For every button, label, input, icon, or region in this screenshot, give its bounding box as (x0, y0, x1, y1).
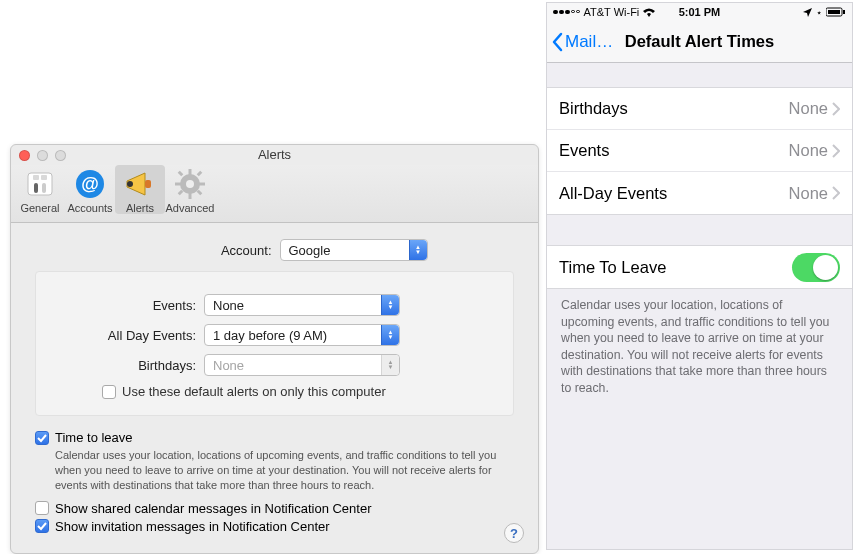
svg-rect-23 (843, 10, 845, 14)
use-defaults-label: Use these default alerts on only this co… (122, 384, 386, 399)
cell-birthdays-value: None (789, 99, 828, 118)
chevron-right-icon (832, 186, 840, 200)
nav-bar: Mail… Default Alert Times (547, 21, 852, 63)
time-to-leave-switch[interactable] (792, 253, 840, 282)
events-label: Events: (56, 298, 196, 313)
svg-text:@: @ (81, 174, 99, 194)
time-to-leave-group: Time To Leave (547, 245, 852, 289)
time-to-leave-label: Time to leave (55, 430, 133, 445)
cell-allday[interactable]: All-Day Events None (547, 172, 852, 214)
help-button[interactable]: ? (504, 523, 524, 543)
cell-events-label: Events (559, 141, 609, 160)
events-select[interactable]: None ▲▼ (204, 294, 400, 316)
signal-icon (553, 10, 580, 15)
allday-label: All Day Events: (56, 328, 196, 343)
switch-icon (23, 167, 57, 201)
titlebar: Alerts (11, 145, 538, 165)
svg-marker-20 (803, 8, 812, 17)
tab-alerts-label: Alerts (115, 202, 165, 214)
wifi-icon (643, 8, 655, 17)
cell-birthdays-label: Birthdays (559, 99, 628, 118)
cell-events[interactable]: Events None (547, 130, 852, 172)
svg-rect-8 (145, 180, 151, 188)
events-value: None (213, 298, 244, 313)
tab-advanced-label: Advanced (165, 202, 215, 214)
megaphone-icon (123, 167, 157, 201)
show-shared-checkbox[interactable] (35, 501, 49, 515)
show-shared-label: Show shared calendar messages in Notific… (55, 501, 372, 516)
at-sign-icon: @ (73, 167, 107, 201)
time-to-leave-footer: Calendar uses your location, locations o… (547, 289, 852, 397)
account-row: Account: Google ▲▼ (11, 239, 538, 261)
time-to-leave-description: Calendar uses your location, locations o… (55, 448, 514, 493)
svg-rect-14 (175, 183, 181, 186)
svg-rect-15 (199, 183, 205, 186)
cell-allday-label: All-Day Events (559, 184, 667, 203)
updown-icon: ▲▼ (409, 240, 427, 260)
tab-alerts[interactable]: Alerts (115, 165, 165, 214)
svg-rect-22 (828, 10, 840, 14)
svg-point-9 (127, 181, 133, 187)
cell-ttl-label: Time To Leave (559, 258, 666, 277)
svg-rect-16 (178, 171, 184, 177)
ios-settings-screen: AT&T Wi-Fi 5:01 PM ⋆ Mail… Default Alert… (546, 2, 853, 550)
tab-accounts[interactable]: @ Accounts (65, 165, 115, 214)
cell-time-to-leave: Time To Leave (547, 246, 852, 288)
tab-general-label: General (15, 202, 65, 214)
chevron-right-icon (832, 102, 840, 116)
cell-allday-value: None (789, 184, 828, 203)
birthdays-select[interactable]: None ▲▼ (204, 354, 400, 376)
show-invite-checkbox[interactable] (35, 519, 49, 533)
status-bar: AT&T Wi-Fi 5:01 PM ⋆ (547, 3, 852, 21)
svg-rect-18 (197, 171, 203, 177)
cell-events-value: None (789, 141, 828, 160)
alert-times-list: Birthdays None Events None All-Day Event… (547, 87, 852, 215)
svg-rect-0 (28, 173, 52, 195)
svg-rect-3 (34, 183, 38, 193)
location-icon (803, 8, 812, 17)
tab-general[interactable]: General (15, 165, 65, 214)
nav-title: Default Alert Times (547, 32, 852, 51)
svg-rect-1 (33, 175, 39, 180)
birthdays-value: None (213, 358, 244, 373)
svg-rect-4 (42, 183, 46, 193)
show-invite-label: Show invitation messages in Notification… (55, 519, 330, 534)
chevron-right-icon (832, 144, 840, 158)
updown-icon: ▲▼ (381, 295, 399, 315)
updown-icon: ▲▼ (381, 325, 399, 345)
bluetooth-icon: ⋆ (816, 7, 822, 18)
window-title: Alerts (11, 147, 538, 162)
battery-icon (826, 7, 846, 17)
time-to-leave-checkbox[interactable] (35, 431, 49, 445)
account-value: Google (289, 243, 331, 258)
account-label: Account: (122, 243, 272, 258)
updown-icon: ▲▼ (381, 355, 399, 375)
svg-rect-13 (189, 193, 192, 199)
svg-rect-12 (189, 169, 192, 175)
use-defaults-checkbox[interactable] (102, 385, 116, 399)
birthdays-label: Birthdays: (56, 358, 196, 373)
cell-birthdays[interactable]: Birthdays None (547, 88, 852, 130)
preferences-toolbar: General @ Accounts Alerts Advanced (11, 165, 538, 223)
alert-defaults-group: Events: None ▲▼ All Day Events: 1 day be… (35, 271, 514, 416)
svg-point-11 (186, 180, 194, 188)
tab-accounts-label: Accounts (65, 202, 115, 214)
carrier-label: AT&T Wi-Fi (584, 6, 640, 18)
allday-select[interactable]: 1 day before (9 AM) ▲▼ (204, 324, 400, 346)
svg-rect-2 (41, 175, 47, 180)
tab-advanced[interactable]: Advanced (165, 165, 215, 214)
allday-value: 1 day before (9 AM) (213, 328, 327, 343)
macos-alerts-window: Alerts General @ Accounts Alerts (10, 144, 539, 554)
footer-options: Time to leave Calendar uses your locatio… (35, 430, 514, 534)
gear-icon (173, 167, 207, 201)
account-select[interactable]: Google ▲▼ (280, 239, 428, 261)
